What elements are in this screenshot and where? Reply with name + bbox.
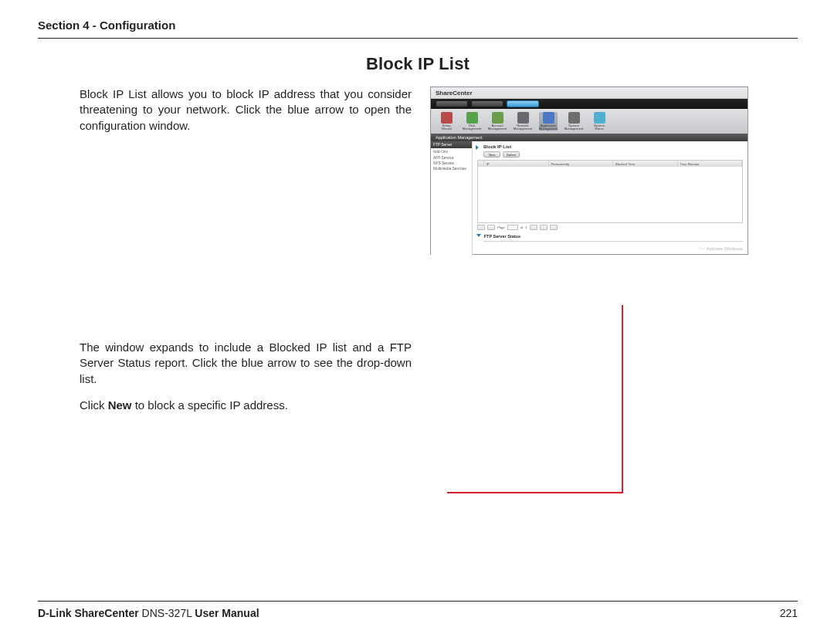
sidebar-item[interactable]: AFP Service xyxy=(432,154,470,160)
tab-home[interactable] xyxy=(436,100,468,107)
main-panel: Block IP List New Delete IP Permanently … xyxy=(473,141,748,256)
footer-product: D-Link ShareCenter DNS-327L User Manual xyxy=(38,607,259,619)
tab-bar xyxy=(431,99,748,109)
col-ip: IP xyxy=(484,161,549,167)
pager-first-icon[interactable] xyxy=(477,225,485,230)
block-ip-table: IP Permanently Blocked Time Time Remain xyxy=(477,160,743,223)
toolbar-setup-wizard[interactable]: Setup Wizard xyxy=(437,112,456,130)
new-keyword: New xyxy=(108,398,132,412)
sidebar-item[interactable]: Multimedia Services xyxy=(432,166,470,171)
page-title: Block IP List xyxy=(38,54,798,74)
footer: D-Link ShareCenter DNS-327L User Manual … xyxy=(38,601,798,619)
intro-paragraph: Block IP List allows you to block IP add… xyxy=(80,86,412,134)
sidebar-item[interactable]: Add-Ons xyxy=(432,149,470,154)
page-number: 221 xyxy=(780,607,798,619)
sidebar: FTP Server Add-Ons AFP Service NFS Servi… xyxy=(431,141,473,256)
new-button[interactable]: New xyxy=(483,151,500,158)
ftp-status-section: FTP Server Status xyxy=(477,233,743,242)
app-screenshot: ShareCenter Setup Wizard Disk Management… xyxy=(430,86,748,255)
new-instruction: Click New to block a specific IP address… xyxy=(80,398,412,413)
pager: Page of 1 xyxy=(477,225,743,230)
expand-paragraph: The window expands to include a Blocked … xyxy=(80,340,412,387)
tab-management[interactable] xyxy=(507,100,539,107)
col-permanently: Permanently xyxy=(549,161,614,167)
pager-page-label: Page xyxy=(497,225,505,229)
toolbar-system-status[interactable]: System Status xyxy=(590,112,609,130)
pager-next-icon[interactable] xyxy=(530,225,537,230)
toolbar-network-management[interactable]: Network Management xyxy=(514,112,532,130)
toolbar-disk-management[interactable]: Disk Management xyxy=(463,112,481,130)
pager-total: 1 xyxy=(525,225,527,229)
col-blocked-time: Blocked Time xyxy=(613,161,678,167)
key-icon xyxy=(697,245,705,253)
breadcrumb-strip: Application Management xyxy=(431,134,748,141)
col-time-remain: Time Remain xyxy=(678,161,743,167)
toolbar-account-management[interactable]: Account Management xyxy=(488,112,507,130)
top-rule xyxy=(38,38,798,39)
pager-page-input[interactable] xyxy=(507,225,518,230)
sidebar-header: FTP Server xyxy=(431,141,472,148)
sidebar-item[interactable]: NFS Service xyxy=(432,161,470,166)
toolbar-system-management[interactable]: System Management xyxy=(564,112,583,130)
col-checkbox[interactable] xyxy=(478,161,484,167)
expand-arrow-icon[interactable] xyxy=(476,145,479,150)
brand-bar: ShareCenter xyxy=(431,87,748,99)
tab-applications[interactable] xyxy=(471,100,503,107)
bottom-rule xyxy=(38,601,798,602)
section-header: Section 4 - Configuration xyxy=(38,19,798,32)
expand-arrow-icon[interactable] xyxy=(476,234,481,237)
ftp-status-title: FTP Server Status xyxy=(484,234,520,239)
os-watermark: Activate Windows xyxy=(697,245,743,253)
toolbar-application-management[interactable]: Application Management xyxy=(539,112,558,130)
panel-title: Block IP List xyxy=(483,144,743,149)
pager-refresh-icon[interactable] xyxy=(550,225,558,230)
pager-prev-icon[interactable] xyxy=(487,225,495,230)
pager-last-icon[interactable] xyxy=(540,225,548,230)
toolbar: Setup Wizard Disk Management Account Man… xyxy=(431,109,748,134)
pager-of-label: of xyxy=(520,225,524,229)
delete-button[interactable]: Delete xyxy=(503,151,520,158)
